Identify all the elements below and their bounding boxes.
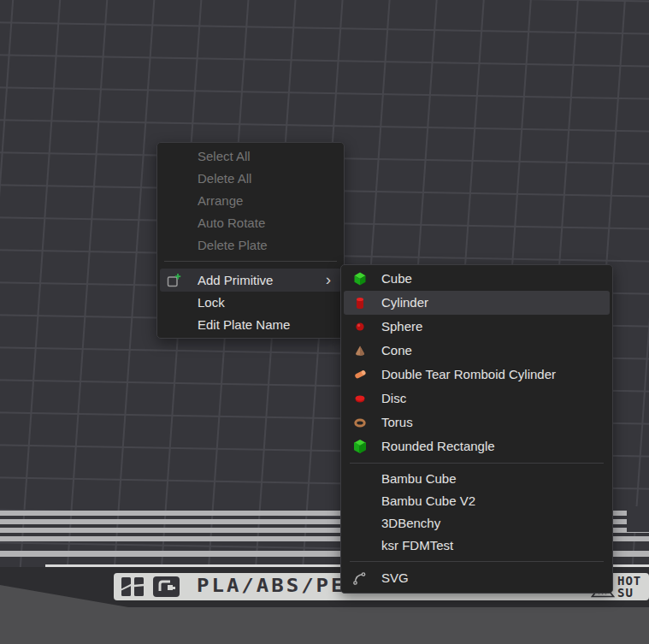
- menu-item-delete-plate: Delete Plate: [157, 234, 344, 257]
- menu-item-label: Delete Plate: [198, 238, 268, 252]
- plate-logo-icon: [121, 577, 144, 596]
- plate-brand-icon: [153, 576, 180, 597]
- bezier-curve-icon: [352, 570, 368, 586]
- submenu-separator: [350, 561, 604, 562]
- submenu-item-label: SVG: [381, 570, 409, 585]
- submenu-item-label: Disc: [381, 391, 406, 405]
- submenu-item-label: 3DBenchy: [381, 516, 440, 530]
- menu-item-label: Auto Rotate: [198, 216, 265, 230]
- add-primitive-icon: [166, 273, 181, 288]
- submenu-item-sphere[interactable]: Sphere: [341, 315, 612, 339]
- menu-item-arrange: Arrange: [157, 190, 344, 212]
- menu-item-label: Delete All: [198, 171, 251, 186]
- submenu-item-cone[interactable]: Cone: [341, 339, 612, 363]
- hot-surface-warning-text: HOT SU: [617, 575, 641, 599]
- submenu-item-bambu-cube-v2[interactable]: Bambu Cube V2: [341, 490, 612, 512]
- menu-item-lock[interactable]: Lock: [157, 292, 344, 314]
- submenu-item-label: Rounded Rectangle: [381, 439, 495, 453]
- submenu-item-label: Bambu Cube V2: [381, 493, 475, 508]
- cone-icon: [352, 343, 368, 358]
- submenu-item-label: Cone: [381, 343, 412, 357]
- double-tear-romboid-cylinder-icon: [352, 367, 368, 382]
- submenu-item-label: Torus: [381, 415, 413, 429]
- menu-item-label: Select All: [198, 149, 251, 163]
- submenu-item-torus[interactable]: Torus: [341, 411, 612, 434]
- submenu-item-label: ksr FDMTest: [381, 538, 453, 552]
- menu-item-add-primitive[interactable]: Add Primitive ›: [160, 269, 341, 292]
- submenu-item-3dbenchy[interactable]: 3DBenchy: [341, 512, 612, 535]
- submenu-item-svg[interactable]: SVG: [341, 566, 612, 590]
- submenu-item-double-tear-romboid-cylinder[interactable]: Double Tear Romboid Cylinder: [341, 363, 612, 387]
- submenu-chevron-icon: ›: [326, 269, 331, 291]
- menu-item-label: Arrange: [198, 193, 243, 208]
- plate-stripe-step: [627, 506, 649, 532]
- rounded-rectangle-icon: [352, 439, 368, 454]
- menu-item-delete-all: Delete All: [157, 168, 344, 190]
- cylinder-icon: [352, 295, 368, 310]
- sphere-icon: [352, 319, 368, 334]
- menu-item-select-all: Select All: [157, 145, 344, 168]
- submenu-separator: [350, 463, 604, 464]
- hot-text-line1: HOT: [617, 575, 641, 587]
- plate-context-menu: Select All Delete All Arrange Auto Rotat…: [156, 142, 345, 339]
- menu-item-label: Add Primitive: [198, 273, 273, 287]
- submenu-item-cube[interactable]: Cube: [341, 267, 612, 291]
- hot-text-line2: SU: [617, 587, 641, 599]
- menu-item-edit-plate-name[interactable]: Edit Plate Name: [157, 314, 344, 336]
- submenu-item-label: Cylinder: [381, 295, 428, 310]
- submenu-item-label: Sphere: [381, 319, 422, 334]
- submenu-item-label: Double Tear Romboid Cylinder: [381, 367, 556, 381]
- submenu-item-cylinder[interactable]: Cylinder: [344, 291, 610, 315]
- cube-icon: [352, 271, 368, 287]
- add-primitive-submenu: Cube Cylinder Sphere Cone Double Te: [340, 264, 613, 594]
- submenu-item-ksr-fdmtest[interactable]: ksr FDMTest: [341, 535, 612, 557]
- disc-icon: [352, 391, 368, 406]
- menu-separator: [164, 261, 337, 262]
- submenu-item-disc[interactable]: Disc: [341, 387, 612, 411]
- menu-item-label: Lock: [198, 295, 225, 310]
- menu-item-auto-rotate: Auto Rotate: [157, 212, 344, 234]
- menu-item-label: Edit Plate Name: [198, 317, 290, 332]
- submenu-item-label: Cube: [381, 271, 412, 286]
- submenu-item-rounded-rectangle[interactable]: Rounded Rectangle: [341, 434, 612, 458]
- submenu-item-label: Bambu Cube: [381, 471, 457, 486]
- submenu-item-bambu-cube[interactable]: Bambu Cube: [341, 468, 612, 490]
- torus-icon: [352, 415, 368, 430]
